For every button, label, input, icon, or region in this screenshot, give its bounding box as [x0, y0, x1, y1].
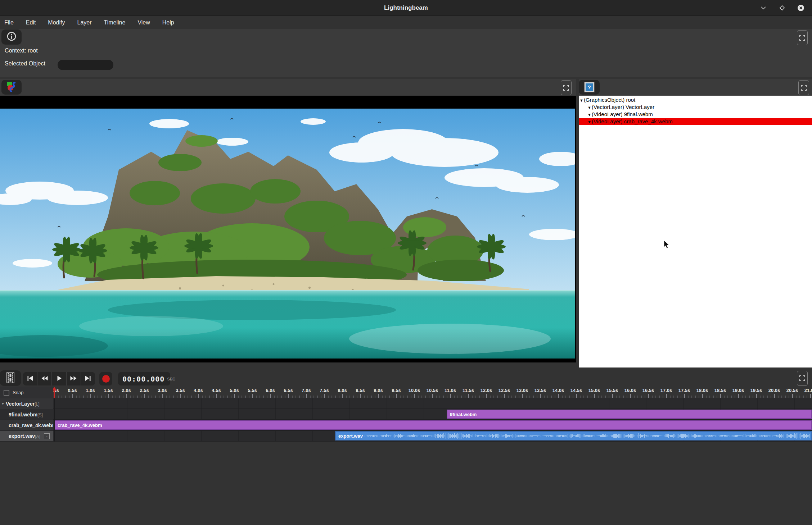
ruler-tick	[569, 396, 570, 398]
maximize-icon[interactable]	[777, 3, 787, 13]
timeline-fullscreen-button[interactable]	[797, 371, 808, 386]
waveform-bar	[635, 435, 635, 437]
track-label-crab_rave_4k-webm[interactable]: crab_rave_4k.webm[S]	[0, 420, 53, 431]
menu-item-edit[interactable]: Edit	[26, 19, 36, 26]
timeline-ruler[interactable]: 0.0s0.5s1.0s1.5s2.0s2.5s3.0s3.5s4.0s4.5s…	[53, 387, 812, 398]
waveform-bar	[570, 434, 570, 438]
ruler-tick	[69, 396, 69, 398]
hierarchy-fullscreen-button[interactable]	[798, 80, 809, 95]
playhead-marker[interactable]	[53, 387, 57, 398]
track-lane[interactable]: crab_rave_4k.webm	[53, 420, 812, 431]
minimize-icon[interactable]	[759, 3, 768, 13]
fast-forward-button[interactable]	[67, 372, 81, 385]
stage-fullscreen-button[interactable]	[561, 80, 572, 95]
titlebar: Lightningbeam	[0, 0, 812, 16]
menu-item-file[interactable]: File	[4, 19, 14, 26]
track-label-9final-webm[interactable]: 9final.webm[S]	[0, 409, 53, 420]
skip-start-button[interactable]	[23, 372, 37, 385]
waveform-bar	[689, 434, 689, 438]
track-expander-icon[interactable]: ▼	[0, 402, 6, 406]
menu-item-timeline[interactable]: Timeline	[104, 19, 126, 26]
clip-crab_rave_4k-webm[interactable]: crab_rave_4k.webm	[54, 420, 812, 430]
ruler-tick	[475, 396, 476, 398]
waveform-bar	[771, 435, 771, 437]
waveform-bar	[628, 434, 629, 438]
waveform-bar	[646, 435, 647, 437]
ruler-tick	[306, 394, 307, 398]
stage-tab[interactable]	[1, 80, 22, 95]
waveform-bar	[369, 435, 370, 436]
waveform-bar	[405, 435, 405, 436]
clip-9final-webm[interactable]: 9final.webm	[447, 410, 812, 419]
skip-end-button[interactable]	[81, 372, 95, 385]
waveform-bar	[454, 433, 455, 438]
time-display[interactable]: 00:00.000 SEC	[118, 372, 170, 385]
waveform-bar	[560, 435, 561, 437]
stage-canvas[interactable]	[0, 96, 576, 362]
waveform-bar	[533, 435, 534, 436]
tree-row[interactable]: ▼(GraphicsObject) root	[579, 96, 812, 104]
ruler-tick	[637, 396, 638, 398]
waveform-bar	[804, 434, 805, 438]
menu-item-modify[interactable]: Modify	[48, 19, 65, 26]
menu-item-help[interactable]: Help	[162, 19, 174, 26]
ruler-tick	[321, 396, 321, 398]
inspector-fullscreen-button[interactable]	[797, 30, 808, 45]
track-label-export-wav[interactable]: export.wav[A]-	[0, 431, 53, 442]
tree-row[interactable]: ▼(VectorLayer) VectorLayer	[579, 104, 812, 111]
play-button[interactable]	[52, 372, 66, 385]
waveform-bar	[606, 435, 607, 437]
expander-icon[interactable]: ▼	[587, 118, 591, 125]
ruler-tick	[673, 396, 674, 398]
waveform-bar	[727, 435, 728, 437]
clip-export-wav[interactable]: export.wav	[335, 431, 812, 440]
waveform-bar	[388, 435, 389, 437]
menu-item-layer[interactable]: Layer	[77, 19, 91, 26]
ruler-tick	[112, 396, 113, 398]
ruler-tick	[209, 396, 210, 398]
waveform-bar	[638, 433, 639, 438]
expander-icon[interactable]: ▼	[579, 97, 583, 104]
ruler-tick	[227, 396, 228, 398]
track-lane[interactable]: 9final.webm	[53, 409, 812, 420]
track-lane[interactable]: export.wav	[53, 431, 812, 442]
close-icon[interactable]	[796, 3, 806, 13]
waveform-bar	[427, 435, 428, 437]
waveform-bar	[735, 435, 736, 437]
waveform-bar	[575, 435, 576, 437]
waveform-bar	[504, 435, 505, 436]
inspector-tab[interactable]	[1, 29, 22, 45]
waveform-bar	[650, 435, 650, 437]
waveform-bar	[386, 434, 387, 437]
ruler-tick	[688, 396, 689, 398]
ruler-label: 5.0s	[230, 388, 239, 393]
waveform-bar	[463, 434, 464, 438]
waveform-bar	[630, 434, 631, 438]
hierarchy-tab[interactable]: ?	[579, 80, 600, 95]
waveform-bar	[486, 435, 486, 437]
waveform-bar	[572, 434, 573, 437]
record-button[interactable]	[99, 372, 112, 385]
waveform-bar	[619, 434, 620, 438]
track-audio-checkbox[interactable]: -	[44, 433, 50, 439]
waveform-bar	[645, 435, 646, 436]
expander-icon[interactable]: ▼	[587, 104, 591, 111]
waveform-bar	[699, 435, 700, 437]
tree-row[interactable]: ▼(VideoLayer) 9final.webm	[579, 111, 812, 118]
waveform-bar	[652, 435, 653, 437]
waveform-bar	[576, 435, 577, 437]
waveform-bar	[397, 435, 398, 437]
waveform-bar	[508, 435, 509, 437]
tree-row[interactable]: ▼(VideoLayer) crab_rave_4k.webm	[579, 118, 812, 125]
track-lane[interactable]	[53, 398, 812, 409]
selected-object-input[interactable]	[58, 60, 113, 70]
expander-icon[interactable]: ▼	[587, 111, 591, 118]
rewind-button[interactable]	[37, 372, 52, 385]
timeline-tab[interactable]	[0, 370, 21, 386]
waveform-bar	[446, 433, 446, 439]
snap-checkbox[interactable]	[4, 390, 9, 396]
ruler-label: 11.5s	[463, 388, 474, 393]
track-label-VectorLayer[interactable]: ▼VectorLayer[L]	[0, 398, 53, 409]
menu-item-view[interactable]: View	[137, 19, 150, 26]
waveform-bar	[710, 435, 711, 437]
